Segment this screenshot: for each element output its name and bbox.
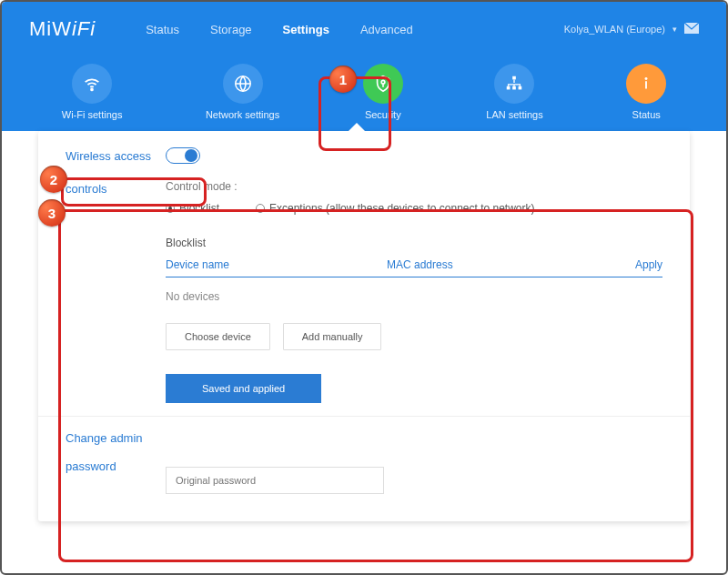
controls-label: controls [66,180,166,196]
shield-icon [363,64,403,104]
radio-blocklist[interactable]: Blocklist [166,202,219,215]
svg-point-1 [91,89,93,91]
col-mac: MAC address [387,258,608,271]
subtab-network[interactable]: Network settings [206,64,279,120]
wifi-icon [72,64,112,104]
password-label: password [66,458,166,473]
svg-rect-7 [519,86,522,90]
svg-point-8 [645,77,648,80]
chevron-down-icon[interactable]: ▾ [672,25,677,34]
blocklist-empty: No devices [166,277,662,323]
badge-3: 3 [38,199,66,227]
tab-settings[interactable]: Settings [283,23,329,36]
subtab-security[interactable]: Security [363,64,403,120]
lan-icon [494,64,534,104]
tab-status[interactable]: Status [146,23,179,36]
subtab-lan[interactable]: LAN settings [486,64,542,120]
save-apply-button[interactable]: Saved and applied [166,374,321,403]
svg-rect-5 [507,86,511,90]
svg-rect-6 [513,86,517,90]
tab-storage[interactable]: Storage [210,23,252,36]
col-apply: Apply [608,258,662,271]
add-manually-button[interactable]: Add manually [283,323,382,350]
svg-rect-9 [645,81,647,88]
info-icon [626,64,666,104]
choose-device-button[interactable]: Choose device [166,323,270,350]
original-password-input[interactable] [166,467,384,494]
change-admin-label: Change admin [66,429,166,445]
badge-1: 1 [329,66,357,93]
logo: MiWiFi [29,17,96,41]
badge-2: 2 [40,166,67,193]
radio-exceptions[interactable]: Exceptions (allow these devices to conne… [256,202,534,215]
subtab-status[interactable]: Status [626,64,666,120]
svg-point-3 [381,80,385,84]
mail-icon[interactable] [684,23,699,35]
wireless-access-toggle[interactable] [166,147,200,164]
svg-rect-4 [513,76,517,80]
control-mode-label: Control mode : [166,180,662,193]
blocklist-table-header: Device name MAC address Apply [166,258,662,277]
blocklist-heading: Blocklist [166,237,662,249]
wireless-access-label: Wireless access [66,147,166,163]
col-device-name: Device name [166,258,387,271]
user-label[interactable]: Kolya_WLAN (Europe) [564,24,665,35]
tab-advanced[interactable]: Advanced [360,23,413,36]
subtab-wifi[interactable]: Wi-Fi settings [62,64,123,120]
globe-icon [223,64,263,104]
